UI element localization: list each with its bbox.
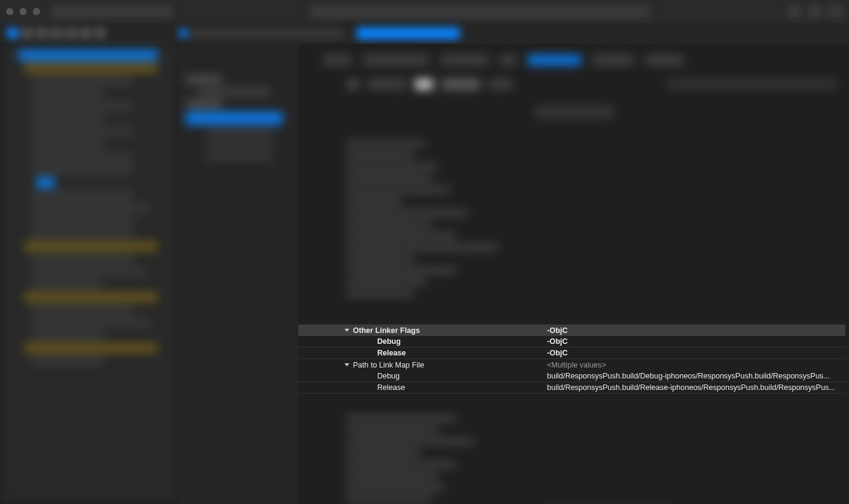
setting-path-to-link-map-release[interactable]: Release build/ResponsysPush.build/Releas…: [298, 382, 845, 394]
toolbar-button[interactable]: [787, 5, 802, 18]
setting-label: Path to Link Map File: [353, 361, 424, 369]
targets-sidebar[interactable]: [180, 44, 298, 504]
setting-value[interactable]: build/ResponsysPush.build/Release-iphone…: [547, 383, 845, 392]
setting-value[interactable]: build/ResponsysPush.build/Debug-iphoneos…: [547, 372, 845, 380]
traffic-light-min[interactable]: [19, 8, 27, 15]
config-label: Debug: [377, 372, 400, 380]
disclosure-triangle-icon[interactable]: [344, 329, 349, 332]
config-label: Release: [377, 383, 405, 392]
editor-tab-active[interactable]: [357, 27, 460, 39]
toolbar-button[interactable]: [808, 5, 822, 18]
project-navigator[interactable]: [0, 44, 180, 504]
setting-other-linker-flags-debug[interactable]: Debug -ObjC: [298, 336, 845, 348]
build-settings-editor: Other Linker Flags -ObjC Debug -ObjC Rel…: [298, 44, 849, 504]
setting-path-to-link-map[interactable]: Path to Link Map File <Multiple values>: [298, 359, 845, 371]
setting-other-linker-flags-release[interactable]: Release -ObjC: [298, 348, 845, 359]
window-toolbar: [0, 0, 849, 23]
traffic-light-close[interactable]: [6, 8, 13, 15]
setting-path-to-link-map-debug[interactable]: Debug build/ResponsysPush.build/Debug-ip…: [298, 371, 845, 382]
disclosure-triangle-icon[interactable]: [344, 363, 349, 366]
setting-value[interactable]: -ObjC: [547, 349, 845, 357]
config-label: Release: [377, 349, 406, 357]
build-settings-rows: Other Linker Flags -ObjC Debug -ObjC Rel…: [298, 324, 845, 394]
scheme-pill[interactable]: [310, 5, 649, 18]
config-label: Debug: [377, 337, 401, 346]
setting-value[interactable]: -ObjC: [547, 337, 845, 346]
setting-value[interactable]: -ObjC: [547, 326, 845, 335]
editor-tab-bar: [0, 23, 849, 44]
setting-value[interactable]: <Multiple values>: [547, 361, 845, 369]
setting-other-linker-flags[interactable]: Other Linker Flags -ObjC: [298, 324, 845, 336]
setting-label: Other Linker Flags: [353, 326, 420, 335]
toolbar-button[interactable]: [828, 5, 843, 18]
traffic-light-max[interactable]: [33, 8, 40, 15]
